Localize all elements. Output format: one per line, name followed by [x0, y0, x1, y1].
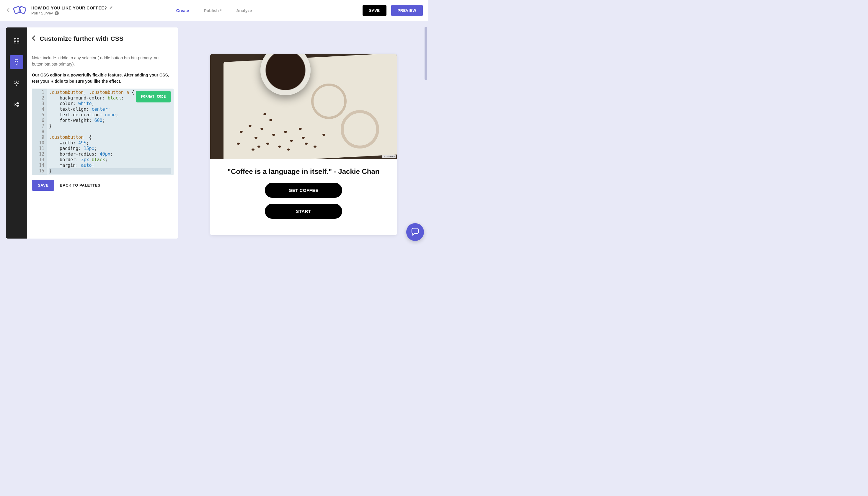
preview-quote: "Coffee is a language in itself." - Jack… — [216, 167, 391, 176]
chat-fab[interactable] — [406, 223, 424, 241]
panel-note: Note: include .riddle to any selector (.… — [32, 55, 174, 67]
tab-publish[interactable]: Publish * — [204, 8, 221, 13]
back-chevron-icon[interactable] — [5, 8, 11, 13]
svg-rect-3 — [17, 38, 19, 40]
page-subtitle: Poll / Survey — [31, 11, 53, 15]
svg-rect-4 — [14, 41, 16, 43]
panel-bold-note: Our CSS editor is a powerfully flexible … — [32, 72, 174, 84]
sidebar-item-settings[interactable] — [10, 76, 23, 90]
css-panel: Customize further with CSS Note: include… — [27, 28, 178, 238]
title-block: HOW DO YOU LIKE YOUR COFFEE? Poll / Surv… — [31, 5, 113, 15]
page-title: HOW DO YOU LIKE YOUR COFFEE? — [31, 5, 107, 10]
save-button[interactable]: SAVE — [362, 5, 386, 16]
sidebar-item-blocks[interactable] — [10, 34, 23, 48]
tab-create[interactable]: Create — [176, 8, 189, 13]
svg-rect-2 — [14, 38, 16, 40]
svg-rect-0 — [13, 6, 21, 14]
start-button[interactable]: START — [265, 204, 342, 219]
sidebar — [6, 28, 27, 238]
get-coffee-button[interactable]: GET COFFEE — [265, 183, 342, 198]
format-code-button[interactable]: FORMAT CODE — [136, 91, 171, 103]
image-credit: pexels.com — [382, 155, 396, 158]
svg-point-6 — [16, 82, 17, 84]
workspace: Customize further with CSS Note: include… — [0, 21, 428, 245]
editor-gutter: 123456789101112131415 — [32, 89, 47, 175]
panel-back-icon[interactable] — [32, 35, 35, 42]
tab-analyze[interactable]: Analyze — [236, 8, 252, 13]
sidebar-item-share[interactable] — [10, 98, 23, 111]
main-tabs: Create Publish * Analyze — [176, 8, 252, 13]
css-editor[interactable]: 123456789101112131415 .custombutton, .cu… — [32, 89, 174, 175]
preview-card: pexels.com "Coffee is a language in itse… — [210, 54, 397, 235]
preview-image: pexels.com — [210, 54, 397, 159]
topbar: HOW DO YOU LIKE YOUR COFFEE? Poll / Surv… — [0, 0, 428, 21]
preview-button[interactable]: PREVIEW — [391, 5, 423, 16]
pencil-icon[interactable] — [109, 5, 113, 10]
sidebar-item-style[interactable] — [10, 55, 23, 69]
info-icon[interactable]: i — [55, 11, 59, 15]
back-to-palettes-button[interactable]: BACK TO PALETTES — [60, 183, 100, 187]
panel-save-button[interactable]: SAVE — [32, 180, 54, 191]
logo-icon[interactable] — [12, 4, 28, 17]
scrollbar[interactable] — [424, 27, 427, 239]
svg-rect-5 — [17, 41, 19, 43]
svg-rect-1 — [19, 6, 26, 14]
panel-title: Customize further with CSS — [40, 35, 123, 42]
